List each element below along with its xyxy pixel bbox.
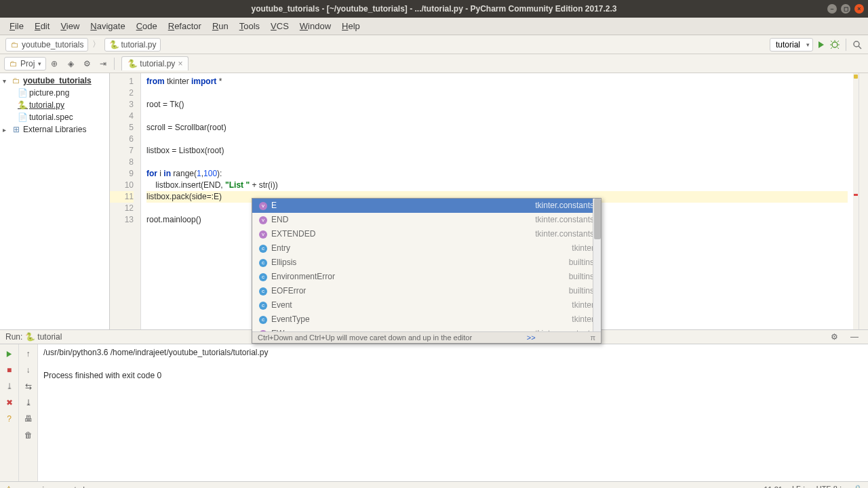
menu-window[interactable]: Window: [294, 19, 336, 33]
tree-expand-icon[interactable]: ▾: [3, 77, 9, 85]
python-file-icon: 🐍: [25, 332, 35, 342]
collapse-icon[interactable]: ⊕: [48, 58, 60, 70]
console-output[interactable]: /usr/bin/python3.6 /home/indrajeet/youtu…: [38, 344, 868, 481]
editor-tab-active[interactable]: 🐍 tutorial.py ×: [121, 56, 189, 70]
toolbar-right: tutorial: [770, 38, 863, 52]
hide-icon[interactable]: ⇥: [97, 58, 109, 70]
window-controls: – ◻ ×: [827, 4, 864, 14]
completion-badge-icon: c: [259, 302, 267, 310]
rerun-button[interactable]: [3, 347, 16, 361]
folder-icon: 🗀: [9, 59, 18, 68]
python-file-icon: 🐍: [109, 40, 119, 49]
autocomplete-hint-link[interactable]: >>: [527, 333, 536, 342]
autocomplete-list[interactable]: vEtkinter.constantsvENDtkinter.constants…: [252, 199, 601, 331]
up-button[interactable]: ↑: [22, 347, 35, 361]
project-tree[interactable]: ▾ 🗀 youtube_tutorials 📄picture.png🐍tutor…: [0, 73, 110, 329]
file-icon: 📄: [18, 113, 27, 122]
close-button[interactable]: ×: [854, 4, 864, 14]
print-button[interactable]: 🖶: [22, 412, 35, 426]
completion-badge-icon: c: [259, 287, 267, 296]
toolbar-separator: [846, 39, 846, 51]
run-toolbar-secondary: ↑ ↓ ⇆ ⤓ 🖶 🗑: [19, 344, 38, 481]
help-button[interactable]: ?: [3, 412, 16, 426]
project-toolbar: 🗀 Proj ⊕ ◈ ⚙ ⇥ 🐍 tutorial.py ×: [0, 54, 868, 73]
menu-bar: FileEditViewNavigateCodeRefactorRunTools…: [0, 18, 868, 35]
soft-wrap-button[interactable]: ⇆: [22, 380, 35, 393]
completion-badge-icon: v: [259, 330, 267, 332]
hide-icon[interactable]: —: [848, 331, 861, 343]
autocomplete-item[interactable]: cEOFErrorbuiltins: [252, 284, 601, 298]
close-run-button[interactable]: ✖: [3, 396, 16, 409]
menu-refactor[interactable]: Refactor: [163, 19, 207, 33]
python-file-icon: 🐍: [127, 59, 137, 68]
menu-file[interactable]: File: [4, 19, 29, 33]
maximize-button[interactable]: ◻: [841, 4, 850, 14]
breadcrumb: 🗀 youtube_tutorials 🐍 tutorial.py: [5, 38, 161, 52]
project-view-dropdown[interactable]: 🗀 Proj: [4, 57, 46, 70]
stop-button[interactable]: ■: [3, 363, 16, 377]
minimize-button[interactable]: –: [827, 4, 837, 14]
tree-expand-icon[interactable]: ▸: [3, 126, 9, 134]
menu-edit[interactable]: Edit: [29, 19, 55, 33]
svg-point-0: [832, 42, 837, 47]
tree-file-row[interactable]: 📄tutorial.spec: [0, 111, 109, 123]
autocomplete-item[interactable]: cEventTypetkinter: [252, 312, 601, 327]
warning-icon: ⚠: [5, 485, 12, 488]
locate-icon[interactable]: ◈: [64, 58, 77, 70]
line-separator[interactable]: LF≑: [792, 485, 807, 488]
menu-code[interactable]: Code: [131, 19, 163, 33]
menu-tools[interactable]: Tools: [234, 19, 265, 33]
autocomplete-item[interactable]: vEWtkinter.constants: [252, 327, 601, 331]
gear-icon[interactable]: ⚙: [828, 331, 840, 343]
pi-icon: π: [590, 333, 595, 342]
gear-icon[interactable]: ⚙: [81, 58, 93, 70]
autocomplete-item[interactable]: vENDtkinter.constants: [252, 213, 601, 227]
file-icon: 📄: [18, 88, 27, 98]
autocomplete-item[interactable]: cEntrytkinter: [252, 241, 601, 256]
menu-view[interactable]: View: [55, 19, 85, 33]
tree-root-row[interactable]: ▾ 🗀 youtube_tutorials: [0, 75, 109, 87]
breadcrumb-root[interactable]: 🗀 youtube_tutorials: [5, 38, 88, 52]
completion-badge-icon: v: [259, 216, 267, 224]
debug-button[interactable]: [829, 39, 840, 50]
pin-button[interactable]: ⤓: [3, 380, 16, 393]
run-config-dropdown[interactable]: tutorial: [770, 38, 813, 52]
breadcrumb-file[interactable]: 🐍 tutorial.py: [104, 38, 161, 52]
search-button[interactable]: [852, 39, 863, 50]
autocomplete-item[interactable]: vEtkinter.constants: [252, 199, 601, 213]
autocomplete-item[interactable]: cEllipsisbuiltins: [252, 256, 601, 270]
run-panel: ■ ⤓ ✖ ? ↑ ↓ ⇆ ⤓ 🖶 🗑 /usr/bin/python3.6 /…: [0, 344, 868, 481]
editor-tabs: 🐍 tutorial.py ×: [121, 56, 189, 70]
file-encoding[interactable]: UTF-8≑: [816, 485, 844, 488]
run-button[interactable]: [816, 39, 827, 50]
autocomplete-item[interactable]: cEnvironmentErrorbuiltins: [252, 270, 601, 284]
window-titlebar: youtube_tutorials - [~/youtube_tutorials…: [0, 0, 868, 18]
tree-file-row[interactable]: 🐍tutorial.py: [0, 99, 109, 111]
close-tab-icon[interactable]: ×: [178, 59, 182, 68]
menu-navigate[interactable]: Navigate: [85, 19, 130, 33]
status-bar: ⚠ expression expected 11:21 LF≑ UTF-8≑ 🔒: [0, 481, 868, 488]
editor-scrollbar[interactable]: [859, 73, 868, 329]
completion-badge-icon: v: [259, 202, 267, 210]
svg-point-1: [854, 41, 859, 47]
warning-marker: [854, 75, 858, 79]
autocomplete-item[interactable]: cEventtkinter: [252, 298, 601, 312]
breadcrumb-separator: [91, 39, 102, 50]
menu-vcs[interactable]: VCS: [265, 19, 294, 33]
menu-help[interactable]: Help: [336, 19, 366, 33]
nav-bar: 🗀 youtube_tutorials 🐍 tutorial.py tutori…: [0, 35, 868, 54]
tree-file-row[interactable]: 📄picture.png: [0, 87, 109, 99]
run-toolbar-primary: ■ ⤓ ✖ ?: [0, 344, 19, 481]
line-gutter: 12345678910111213: [110, 73, 141, 329]
down-button[interactable]: ↓: [22, 363, 35, 377]
menu-run[interactable]: Run: [207, 19, 234, 33]
autocomplete-scrollbar[interactable]: [593, 199, 601, 331]
clear-button[interactable]: 🗑: [22, 428, 35, 442]
caret-position[interactable]: 11:21: [764, 485, 783, 489]
autocomplete-item[interactable]: vEXTENDEDtkinter.constants: [252, 227, 601, 241]
lock-icon[interactable]: 🔒: [853, 485, 863, 488]
scroll-end-button[interactable]: ⤓: [22, 396, 35, 409]
autocomplete-popup[interactable]: vEtkinter.constantsvENDtkinter.constants…: [252, 198, 601, 344]
toolbar-separator: [114, 58, 115, 70]
tree-external-libs[interactable]: ▸ ⊞ External Libraries: [0, 123, 109, 136]
